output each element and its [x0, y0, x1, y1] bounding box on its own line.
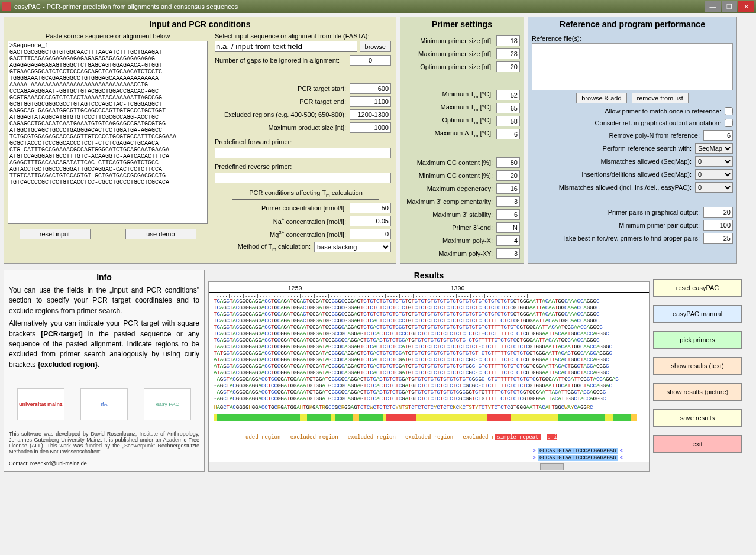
results-scrollbar[interactable] — [209, 462, 649, 471]
max-size-input[interactable] — [496, 48, 520, 59]
min-pair-out-input[interactable] — [703, 220, 733, 231]
na-conc-label: Na+ concentration [mol/l]: — [215, 217, 350, 225]
info-text-2: Alternatively you can indicate your PCR … — [9, 319, 199, 370]
ruler-ticks: |....|....|....|....|....|....|....|....… — [209, 293, 649, 298]
min-size-label: Minimum primer size [nt]: — [404, 37, 496, 44]
ref-files-list[interactable] — [532, 43, 733, 90]
browse-button[interactable]: browse — [360, 41, 391, 52]
pre-rev-input[interactable] — [215, 173, 391, 183]
pairs-graph-input[interactable] — [703, 207, 733, 218]
max-polyxy-input[interactable] — [496, 248, 520, 259]
excluded-input[interactable] — [350, 109, 391, 120]
max-gc-input[interactable] — [496, 157, 520, 168]
p3end-label: Primer 3'-end: — [404, 224, 496, 231]
remove-polyn-label: Remove poly-N from reference: — [609, 132, 703, 139]
file-select-label: Select input sequence or alignment from … — [215, 31, 391, 41]
sequence-input[interactable]: >Sequence_1 GACTCGCGGGCTGTGTGGCAACTTTAAC… — [8, 41, 208, 224]
excluded-regions-row: uded region excluded region excluded reg… — [209, 427, 649, 447]
primer-result-row-2: >GCCAKTGTAATTCCCACGAGAGAG< — [209, 455, 649, 462]
mm-seqmap-select[interactable]: 0 — [695, 156, 733, 167]
use-demo-button[interactable]: use demo — [125, 229, 196, 239]
reset-easypac-button[interactable]: reset easyPAC — [653, 279, 742, 297]
opt-tm-input[interactable] — [496, 116, 520, 126]
primer-result-row-1: >GCCAKTGTAATTCCCACGAGAGAG< — [209, 447, 649, 455]
ref-panel-title: Reference and program performance — [528, 17, 736, 31]
maximize-button[interactable]: ❐ — [722, 1, 737, 12]
tm-section-title: PCR conditions affecting Tm calculation — [232, 189, 379, 200]
remove-from-list-button[interactable]: remove from list — [632, 93, 689, 103]
max-3comp-input[interactable] — [496, 196, 520, 207]
action-buttons-column: reset easyPAC easyPAC manual pick primer… — [653, 270, 742, 472]
min-gc-input[interactable] — [496, 170, 520, 181]
max-deg-label: Maximum degeneracy: — [404, 185, 496, 192]
max-tm-label: Maximum Tm [°C]: — [404, 103, 496, 112]
tm-method-select[interactable]: base stacking — [314, 242, 391, 252]
pick-primers-button[interactable]: pick primers — [653, 331, 742, 349]
min-tm-input[interactable] — [496, 90, 520, 100]
pre-fwd-input[interactable] — [215, 148, 391, 158]
remove-polyn-input[interactable] — [703, 130, 733, 141]
input-panel-title: Input and PCR conditions — [4, 17, 396, 31]
search-with-select[interactable]: SeqMap — [695, 143, 733, 154]
na-conc-input[interactable] — [350, 216, 391, 226]
opt-size-label: Optimum primer size [nt]: — [404, 63, 496, 70]
indel-seqmap-select[interactable]: 0 — [695, 169, 733, 180]
pre-fwd-label: Predefined forward primer: — [215, 137, 391, 147]
target-start-input[interactable] — [350, 83, 391, 94]
reset-input-button[interactable]: reset input — [20, 229, 91, 239]
browse-add-button[interactable]: browse & add — [576, 93, 626, 103]
max-polyx-input[interactable] — [496, 235, 520, 246]
best-n-input[interactable] — [703, 233, 733, 244]
exit-button[interactable]: exit — [653, 435, 742, 453]
delta-tm-input[interactable] — [496, 129, 520, 139]
min-tm-label: Minimum Tm [°C]: — [404, 90, 496, 99]
results-ruler: 1250 1300 — [209, 282, 649, 293]
opt-size-input[interactable] — [496, 61, 520, 72]
minimize-button[interactable]: — — [705, 1, 721, 12]
delta-tm-label: Maximum Δ Tm [°C]: — [404, 129, 496, 138]
easypac-logo: easy PAC — [144, 388, 191, 420]
gaps-label: Number of gaps to be ignored in alignmen… — [215, 57, 350, 64]
paste-label: Paste source sequence or alignment below — [8, 31, 208, 41]
opt-tm-label: Optimum Tm [°C]: — [404, 116, 496, 125]
manual-button[interactable]: easyPAC manual — [653, 305, 742, 323]
max-deg-input[interactable] — [496, 183, 520, 194]
info-title: Info — [9, 272, 199, 282]
max-tm-input[interactable] — [496, 103, 520, 113]
results-viewer[interactable]: 1250 1300 |....|....|....|....|....|....… — [208, 281, 650, 472]
target-start-label: PCR target start: — [215, 85, 350, 92]
target-end-label: PCR target end: — [215, 98, 350, 105]
info-text-1: You can use the fields in the „Input and… — [9, 285, 199, 316]
max-polyxy-label: Maximum poly-XY: — [404, 250, 496, 257]
allow-match-checkbox[interactable] — [725, 107, 733, 115]
mm-easypac-select[interactable]: 0 — [695, 182, 733, 193]
min-gc-label: Minimum GC content [%]: — [404, 172, 496, 179]
mg-conc-label: Mg2+ concentration [mol/l]: — [215, 230, 350, 238]
primer-conc-label: Primer concentration [nmol/l]: — [215, 205, 350, 212]
max-product-input[interactable] — [350, 122, 391, 133]
results-panel: Results 1250 1300 |....|....|....|....|.… — [208, 270, 650, 472]
mg-conc-input[interactable] — [350, 229, 391, 239]
ifa-logo: IfA — [80, 388, 128, 420]
consider-graph-label: Consider ref. in graphical output annota… — [595, 119, 725, 126]
app-icon — [2, 2, 11, 11]
window-title: easyPAC - PCR-primer prediction from ali… — [14, 3, 704, 10]
credits-text: This software was developed by David Ros… — [9, 431, 199, 455]
input-pcr-panel: Input and PCR conditions Paste source se… — [4, 17, 396, 264]
primer-conc-input[interactable] — [350, 203, 391, 213]
show-results-picture-button[interactable]: show results (picture) — [653, 383, 742, 401]
max-size-label: Maximum primer size [nt]: — [404, 50, 496, 57]
file-path-input[interactable] — [215, 41, 357, 52]
min-size-input[interactable] — [496, 35, 520, 46]
p3end-input[interactable] — [496, 222, 520, 233]
max-product-label: Maximum product size [nt]: — [215, 124, 350, 131]
close-button[interactable]: ✕ — [738, 1, 754, 12]
save-results-button[interactable]: save results — [653, 409, 742, 427]
consider-graph-checkbox[interactable] — [725, 119, 733, 127]
alignment-lines: TCAGCTACGGGGAGGACCTGCAGATGGACTGGGATGGCCG… — [209, 298, 649, 404]
gaps-input[interactable] — [350, 55, 391, 66]
max-3stab-input[interactable] — [496, 209, 520, 220]
target-end-input[interactable] — [350, 96, 391, 107]
max-3comp-label: Maximum 3' complementarity: — [404, 198, 496, 205]
show-results-text-button[interactable]: show results (text) — [653, 357, 742, 375]
